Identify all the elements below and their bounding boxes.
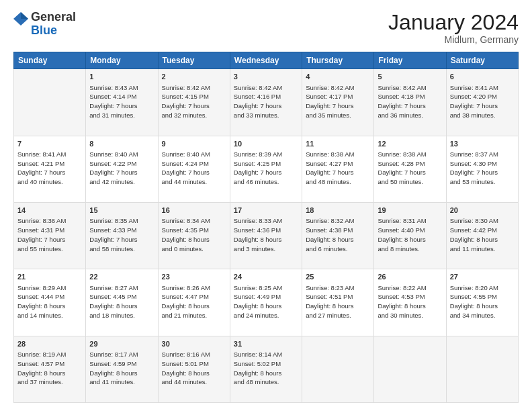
col-monday: Monday: [86, 52, 158, 69]
table-row: 1Sunrise: 8:43 AMSunset: 4:14 PMDaylight…: [86, 69, 158, 136]
calendar-week-row: 7Sunrise: 8:41 AMSunset: 4:21 PMDaylight…: [14, 136, 519, 202]
day-info: Sunrise: 8:42 AMSunset: 4:18 PMDaylight:…: [378, 83, 442, 120]
day-info: Sunrise: 8:35 AMSunset: 4:33 PMDaylight:…: [89, 216, 154, 253]
day-number: 17: [234, 205, 298, 216]
day-number: 7: [17, 139, 82, 149]
table-row: 29Sunrise: 8:17 AMSunset: 4:59 PMDayligh…: [86, 336, 158, 402]
table-row: [302, 336, 374, 402]
table-row: [374, 336, 446, 402]
day-info: Sunrise: 8:17 AMSunset: 4:59 PMDaylight:…: [89, 350, 154, 387]
logo-blue-text: Blue: [31, 24, 57, 37]
table-row: 14Sunrise: 8:36 AMSunset: 4:31 PMDayligh…: [14, 202, 86, 269]
day-info: Sunrise: 8:42 AMSunset: 4:17 PMDaylight:…: [306, 83, 370, 120]
col-sunday: Sunday: [14, 52, 86, 69]
day-number: 23: [162, 272, 226, 282]
table-row: 28Sunrise: 8:19 AMSunset: 4:57 PMDayligh…: [14, 336, 86, 402]
day-info: Sunrise: 8:38 AMSunset: 4:27 PMDaylight:…: [306, 150, 370, 187]
calendar-week-row: 21Sunrise: 8:29 AMSunset: 4:44 PMDayligh…: [14, 269, 519, 336]
title-section: January 2024 Midlum, Germany: [388, 11, 519, 45]
table-row: 6Sunrise: 8:41 AMSunset: 4:20 PMDaylight…: [446, 69, 518, 136]
day-number: 31: [234, 339, 298, 349]
header: General Blue January 2024 Midlum, German…: [13, 11, 519, 45]
day-info: Sunrise: 8:36 AMSunset: 4:31 PMDaylight:…: [17, 216, 82, 253]
table-row: 23Sunrise: 8:26 AMSunset: 4:47 PMDayligh…: [158, 269, 230, 336]
day-number: 11: [306, 139, 370, 149]
calendar-week-row: 1Sunrise: 8:43 AMSunset: 4:14 PMDaylight…: [14, 69, 519, 136]
day-number: 28: [17, 339, 82, 349]
day-info: Sunrise: 8:41 AMSunset: 4:20 PMDaylight:…: [450, 83, 515, 120]
day-info: Sunrise: 8:16 AMSunset: 5:01 PMDaylight:…: [162, 350, 226, 387]
day-info: Sunrise: 8:30 AMSunset: 4:42 PMDaylight:…: [450, 216, 515, 253]
day-info: Sunrise: 8:31 AMSunset: 4:40 PMDaylight:…: [378, 216, 442, 253]
day-number: 16: [162, 205, 226, 216]
day-number: 6: [450, 72, 515, 82]
day-number: 9: [162, 139, 226, 149]
day-number: 22: [89, 272, 154, 282]
day-number: 24: [234, 272, 298, 282]
day-info: Sunrise: 8:20 AMSunset: 4:55 PMDaylight:…: [450, 283, 515, 320]
calendar-week-row: 14Sunrise: 8:36 AMSunset: 4:31 PMDayligh…: [14, 202, 519, 269]
page: General Blue January 2024 Midlum, German…: [0, 0, 532, 411]
table-row: 16Sunrise: 8:34 AMSunset: 4:35 PMDayligh…: [158, 202, 230, 269]
svg-marker-1: [21, 12, 28, 19]
table-row: 21Sunrise: 8:29 AMSunset: 4:44 PMDayligh…: [14, 269, 86, 336]
day-info: Sunrise: 8:33 AMSunset: 4:36 PMDaylight:…: [234, 216, 298, 253]
day-number: 15: [89, 205, 154, 216]
day-info: Sunrise: 8:42 AMSunset: 4:16 PMDaylight:…: [234, 83, 298, 120]
table-row: 31Sunrise: 8:14 AMSunset: 5:02 PMDayligh…: [230, 336, 302, 402]
day-number: 30: [162, 339, 226, 349]
table-row: 9Sunrise: 8:40 AMSunset: 4:24 PMDaylight…: [158, 136, 230, 202]
col-wednesday: Wednesday: [230, 52, 302, 69]
main-title: January 2024: [388, 11, 519, 34]
calendar-header-row: Sunday Monday Tuesday Wednesday Thursday…: [14, 52, 519, 69]
day-number: 26: [378, 272, 442, 282]
calendar-table: Sunday Monday Tuesday Wednesday Thursday…: [13, 52, 519, 403]
table-row: 17Sunrise: 8:33 AMSunset: 4:36 PMDayligh…: [230, 202, 302, 269]
day-info: Sunrise: 8:41 AMSunset: 4:21 PMDaylight:…: [17, 150, 82, 187]
calendar-week-row: 28Sunrise: 8:19 AMSunset: 4:57 PMDayligh…: [14, 336, 519, 402]
table-row: 11Sunrise: 8:38 AMSunset: 4:27 PMDayligh…: [302, 136, 374, 202]
logo: General Blue: [13, 11, 76, 38]
day-info: Sunrise: 8:40 AMSunset: 4:24 PMDaylight:…: [162, 150, 226, 187]
day-info: Sunrise: 8:14 AMSunset: 5:02 PMDaylight:…: [234, 350, 298, 387]
day-info: Sunrise: 8:22 AMSunset: 4:53 PMDaylight:…: [378, 283, 442, 320]
day-number: 25: [306, 272, 370, 282]
day-info: Sunrise: 8:23 AMSunset: 4:51 PMDaylight:…: [306, 283, 370, 320]
table-row: 5Sunrise: 8:42 AMSunset: 4:18 PMDaylight…: [374, 69, 446, 136]
table-row: 8Sunrise: 8:40 AMSunset: 4:22 PMDaylight…: [86, 136, 158, 202]
table-row: [14, 69, 86, 136]
table-row: 19Sunrise: 8:31 AMSunset: 4:40 PMDayligh…: [374, 202, 446, 269]
table-row: 7Sunrise: 8:41 AMSunset: 4:21 PMDaylight…: [14, 136, 86, 202]
logo-general-text: General: [31, 10, 76, 24]
col-thursday: Thursday: [302, 52, 374, 69]
day-number: 13: [450, 139, 515, 149]
day-info: Sunrise: 8:19 AMSunset: 4:57 PMDaylight:…: [17, 350, 82, 387]
table-row: 4Sunrise: 8:42 AMSunset: 4:17 PMDaylight…: [302, 69, 374, 136]
day-number: 1: [89, 72, 154, 82]
day-number: 2: [162, 72, 226, 82]
table-row: 12Sunrise: 8:38 AMSunset: 4:28 PMDayligh…: [374, 136, 446, 202]
table-row: 2Sunrise: 8:42 AMSunset: 4:15 PMDaylight…: [158, 69, 230, 136]
subtitle: Midlum, Germany: [388, 34, 519, 45]
day-number: 18: [306, 205, 370, 216]
day-info: Sunrise: 8:42 AMSunset: 4:15 PMDaylight:…: [162, 83, 226, 120]
day-info: Sunrise: 8:40 AMSunset: 4:22 PMDaylight:…: [89, 150, 154, 187]
table-row: 18Sunrise: 8:32 AMSunset: 4:38 PMDayligh…: [302, 202, 374, 269]
day-info: Sunrise: 8:39 AMSunset: 4:25 PMDaylight:…: [234, 150, 298, 187]
day-info: Sunrise: 8:34 AMSunset: 4:35 PMDaylight:…: [162, 216, 226, 253]
day-info: Sunrise: 8:26 AMSunset: 4:47 PMDaylight:…: [162, 283, 226, 320]
day-info: Sunrise: 8:43 AMSunset: 4:14 PMDaylight:…: [89, 83, 154, 120]
table-row: 24Sunrise: 8:25 AMSunset: 4:49 PMDayligh…: [230, 269, 302, 336]
day-number: 5: [378, 72, 442, 82]
day-info: Sunrise: 8:29 AMSunset: 4:44 PMDaylight:…: [17, 283, 82, 320]
col-friday: Friday: [374, 52, 446, 69]
day-number: 14: [17, 205, 82, 216]
day-number: 21: [17, 272, 82, 282]
day-number: 19: [378, 205, 442, 216]
logo-icon: [13, 11, 28, 27]
table-row: 22Sunrise: 8:27 AMSunset: 4:45 PMDayligh…: [86, 269, 158, 336]
day-number: 29: [89, 339, 154, 349]
day-info: Sunrise: 8:38 AMSunset: 4:28 PMDaylight:…: [378, 150, 442, 187]
table-row: 3Sunrise: 8:42 AMSunset: 4:16 PMDaylight…: [230, 69, 302, 136]
table-row: 26Sunrise: 8:22 AMSunset: 4:53 PMDayligh…: [374, 269, 446, 336]
